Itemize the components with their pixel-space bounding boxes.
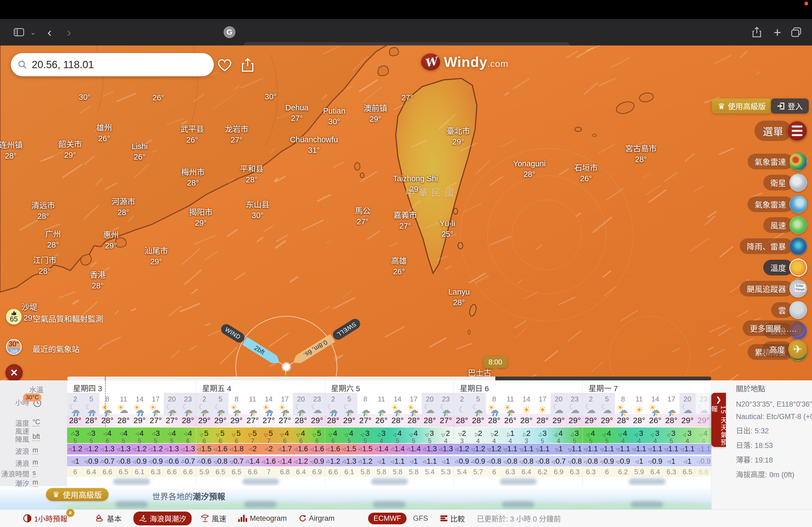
wind-cell[interactable]: ▷46 xyxy=(325,429,341,444)
favorite-heart-icon[interactable] xyxy=(215,56,234,74)
period-cell[interactable]: 5.8 xyxy=(374,468,390,476)
period-cell[interactable]: 6.6 xyxy=(325,468,341,476)
period-cell[interactable]: 6.5 xyxy=(213,468,229,476)
search-box[interactable] xyxy=(11,53,214,76)
wave-cell[interactable]: ▷1.3 xyxy=(438,445,454,453)
temp-cell[interactable]: 29° xyxy=(583,416,599,425)
temp-cell[interactable]: 28° xyxy=(67,416,83,425)
period-cell[interactable]: 5.9 xyxy=(196,468,213,476)
wind-cell[interactable]: ▷56 xyxy=(196,429,213,444)
period-cell[interactable]: 6.4 xyxy=(83,468,100,476)
wind-cell[interactable]: ▷46 xyxy=(277,429,293,444)
swell-cell[interactable]: ▷0.8 xyxy=(535,457,551,466)
wind-cell[interactable]: ▷56 xyxy=(229,429,245,444)
swell-cell[interactable]: ▷1 xyxy=(679,457,696,466)
hour-cell[interactable]: 20☾☁ xyxy=(551,393,567,416)
swell-cell[interactable]: ▷1 xyxy=(67,457,83,466)
period-cell[interactable]: 6.4 xyxy=(293,468,309,476)
temp-cell[interactable]: 28° xyxy=(422,416,438,425)
temp-cell[interactable]: 28° xyxy=(663,416,680,425)
wind-cell[interactable]: ▷23 xyxy=(454,429,470,444)
menu-button[interactable]: 選單 xyxy=(755,121,807,141)
wind-cell[interactable]: ▷35 xyxy=(357,429,374,444)
period-cell[interactable]: 6.6 xyxy=(99,468,116,476)
wave-cell[interactable]: ▷2 xyxy=(261,445,277,453)
wave-cell[interactable]: ▷1.1 xyxy=(631,445,648,453)
period-cell[interactable]: 6.8 xyxy=(277,468,293,476)
period-cell[interactable]: 5.8 xyxy=(406,468,422,476)
hour-cell[interactable]: 14☀☁ϟ xyxy=(647,393,663,416)
hour-cell[interactable]: 2☾☁ xyxy=(325,393,341,416)
period-cell[interactable]: 6.6 xyxy=(164,468,180,476)
swell-cell[interactable]: ▷0.6 xyxy=(196,457,213,466)
sidebar-toggle-icon[interactable] xyxy=(11,19,27,45)
share-location-icon[interactable] xyxy=(238,56,257,74)
hour-cell[interactable]: 23☾☁ϟ xyxy=(438,393,454,416)
wave-cell[interactable]: ▷1.4 xyxy=(374,445,390,453)
wave-cell[interactable]: ▷1.1 xyxy=(583,445,599,453)
wave-cell[interactable]: ▷1.1 xyxy=(679,445,696,453)
hour-cell[interactable]: 14☀ xyxy=(518,393,535,416)
swell-cell[interactable]: ▷0.8 xyxy=(567,457,583,466)
wave-cell[interactable]: ▷1.2 xyxy=(132,445,148,453)
wave-cell[interactable]: ▷1.1 xyxy=(599,445,615,453)
swell-cell[interactable]: ▷1.6 xyxy=(261,457,277,466)
model-gfs[interactable]: GFS xyxy=(413,514,428,523)
windy-logo[interactable]: W Windy.com xyxy=(421,54,508,70)
new-tab-button[interactable]: + xyxy=(769,19,785,45)
swell-cell[interactable]: ▷1.2 xyxy=(357,457,374,466)
period-cell[interactable]: 6.4 xyxy=(647,468,663,476)
swell-cell[interactable]: ▷0.9 xyxy=(696,457,712,466)
wave-cell[interactable]: ▷2 xyxy=(245,445,261,453)
period-cell[interactable]: 5.8 xyxy=(357,468,374,476)
wind-cell[interactable]: ▷34 xyxy=(647,429,663,444)
hour-cell[interactable]: 8☁ϟ xyxy=(357,393,374,416)
period-cell[interactable]: 5.4 xyxy=(422,468,438,476)
temp-cell[interactable]: 26° xyxy=(647,416,663,425)
period-cell[interactable]: 5.4 xyxy=(454,468,470,476)
close-button[interactable]: ✕ xyxy=(5,364,23,380)
swell-cell[interactable]: ▷0.8 xyxy=(486,457,502,466)
hour-cell[interactable]: 11☁ϟ xyxy=(374,393,390,416)
wave-cell[interactable]: ▷1.1 xyxy=(567,445,583,453)
temp-cell[interactable]: 28° xyxy=(99,416,116,425)
temp-cell[interactable]: 28° xyxy=(518,416,535,425)
wind-cell[interactable]: ▷35 xyxy=(67,429,83,444)
period-cell[interactable]: 6.6 xyxy=(245,468,261,476)
hour-cell[interactable]: 11☁ϟ xyxy=(245,393,261,416)
swell-cell[interactable]: ▷0.9 xyxy=(647,457,663,466)
swell-cell[interactable]: ▷0.8 xyxy=(583,457,599,466)
temp-cell[interactable]: 29° xyxy=(229,416,245,425)
hour-cell[interactable]: 5☾☁ϟ xyxy=(470,393,487,416)
hour-cell[interactable]: 20☾☁ xyxy=(679,393,696,416)
layer-item-satellite[interactable]: 衛星 xyxy=(763,174,807,192)
wave-cell[interactable]: ▷1.2 xyxy=(486,445,502,453)
timeline-slider[interactable] xyxy=(67,377,711,380)
period-cell[interactable]: 6.3 xyxy=(583,468,599,476)
period-cell[interactable]: 6.5 xyxy=(679,468,696,476)
period-cell[interactable]: 6.1 xyxy=(341,468,358,476)
wind-cell[interactable]: ▷57 xyxy=(261,429,277,444)
hour-cell[interactable]: 5☾☁ xyxy=(83,393,100,416)
temp-cell[interactable]: 28° xyxy=(293,416,309,425)
hour-cell[interactable]: 17☀☁ϟ xyxy=(148,393,164,416)
hour-cell[interactable]: 5☾☁ xyxy=(599,393,615,416)
premium-tides-button[interactable]: ♛ 使用高級版 xyxy=(46,488,108,501)
swell-cell[interactable]: ▷0.9 xyxy=(83,457,100,466)
hour-cell[interactable]: 8☀☁ϟ xyxy=(615,393,631,416)
temp-cell[interactable]: 29° xyxy=(567,416,583,425)
swell-cell[interactable]: ▷0.7 xyxy=(551,457,567,466)
hour-cell[interactable]: 20☾☁ xyxy=(422,393,438,416)
hour-cell[interactable]: 8☀☁ϟ xyxy=(99,393,116,416)
period-cell[interactable]: 6 xyxy=(599,468,615,476)
temp-cell[interactable]: 27° xyxy=(261,416,277,425)
temp-cell[interactable]: 26° xyxy=(374,416,390,425)
back-button[interactable]: ‹ xyxy=(43,19,56,45)
hour-cell[interactable]: 17☁ϟ xyxy=(663,393,680,416)
period-cell[interactable]: 6.4 xyxy=(518,468,535,476)
wave-cell[interactable]: ▷1.1 xyxy=(518,445,535,453)
temp-cell[interactable]: 27° xyxy=(357,416,374,425)
temp-cell[interactable]: 27° xyxy=(277,416,293,425)
period-cell[interactable]: 5.7 xyxy=(470,468,487,476)
period-cell[interactable]: 6.5 xyxy=(116,468,132,476)
